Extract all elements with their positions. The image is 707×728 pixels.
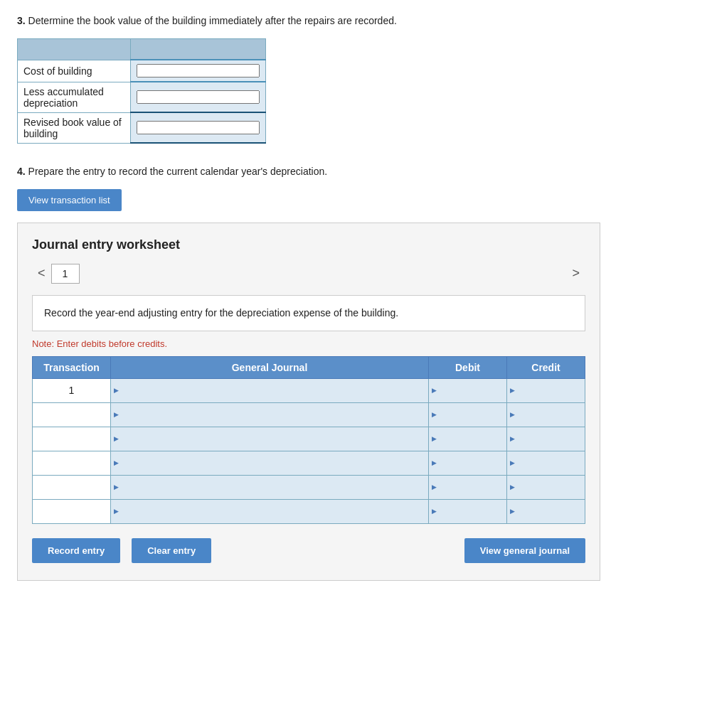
clear-entry-button[interactable]: Clear entry: [132, 538, 211, 563]
section4-title: 4. Prepare the entry to record the curre…: [17, 165, 690, 179]
debit-input[interactable]: [429, 379, 506, 402]
debit-input[interactable]: [429, 476, 506, 499]
book-value-label: Cost of building: [18, 60, 131, 82]
credit-input[interactable]: [507, 379, 585, 402]
debit-input-cell[interactable]: [429, 402, 507, 427]
transaction-cell: [33, 475, 111, 499]
credit-input[interactable]: [507, 427, 585, 451]
journal-input[interactable]: [111, 379, 428, 402]
book-value-label: Revised book value of building: [18, 112, 131, 143]
credit-input-cell[interactable]: [507, 427, 585, 451]
table-row: [33, 499, 585, 523]
debit-input-cell[interactable]: [429, 499, 507, 523]
table-row: Revised book value of building: [18, 112, 266, 143]
book-value-input-cell[interactable]: [131, 82, 266, 112]
debit-input-cell[interactable]: [429, 427, 507, 451]
journal-input[interactable]: [111, 500, 428, 523]
journal-input-cell[interactable]: [111, 451, 429, 475]
credit-input-cell[interactable]: [507, 451, 585, 475]
record-entry-button[interactable]: Record entry: [32, 538, 120, 563]
journal-input[interactable]: [111, 451, 428, 475]
table-row: Cost of building: [18, 60, 266, 82]
nav-row: < 1 >: [32, 264, 585, 284]
nav-left-arrow[interactable]: <: [32, 266, 51, 281]
debit-input-cell[interactable]: [429, 378, 507, 402]
button-row: Record entry Clear entry View general jo…: [32, 538, 585, 563]
col-debit: Debit: [429, 356, 507, 378]
book-value-input[interactable]: [137, 121, 260, 134]
debit-input-cell[interactable]: [429, 475, 507, 499]
credit-input[interactable]: [507, 403, 585, 427]
book-value-label: Less accumulated depreciation: [18, 82, 131, 112]
journal-worksheet: Journal entry worksheet < 1 > Record the…: [17, 223, 600, 581]
credit-input-cell[interactable]: [507, 499, 585, 523]
nav-right-arrow[interactable]: >: [566, 266, 585, 281]
table-row: [33, 402, 585, 427]
journal-input[interactable]: [111, 403, 428, 427]
col-credit: Credit: [507, 356, 585, 378]
table-row: [33, 427, 585, 451]
view-general-journal-button[interactable]: View general journal: [464, 538, 585, 563]
transaction-cell: 1: [33, 378, 111, 402]
book-value-col-label: [18, 38, 131, 60]
journal-input-cell[interactable]: [111, 427, 429, 451]
credit-input[interactable]: [507, 500, 585, 523]
credit-input-cell[interactable]: [507, 475, 585, 499]
table-row: [33, 475, 585, 499]
journal-input-cell[interactable]: [111, 378, 429, 402]
col-transaction: Transaction: [33, 356, 111, 378]
section3-title: 3. Determine the book value of the build…: [17, 14, 690, 28]
debit-input[interactable]: [429, 500, 506, 523]
section4: 4. Prepare the entry to record the curre…: [17, 165, 690, 581]
journal-input-cell[interactable]: [111, 402, 429, 427]
credit-input[interactable]: [507, 451, 585, 475]
debit-input[interactable]: [429, 427, 506, 451]
table-row: 1: [33, 378, 585, 402]
book-value-table: Cost of buildingLess accumulated depreci…: [17, 38, 266, 144]
nav-number-box: 1: [51, 264, 80, 284]
debit-input[interactable]: [429, 451, 506, 475]
journal-input-cell[interactable]: [111, 499, 429, 523]
book-value-input-cell[interactable]: [131, 112, 266, 143]
worksheet-title: Journal entry worksheet: [32, 237, 585, 252]
transaction-cell: [33, 402, 111, 427]
note-text: Note: Enter debits before credits.: [32, 338, 585, 349]
table-row: [33, 451, 585, 475]
instruction-box: Record the year-end adjusting entry for …: [32, 295, 585, 331]
transaction-cell: [33, 499, 111, 523]
book-value-input[interactable]: [137, 90, 260, 104]
journal-input-cell[interactable]: [111, 475, 429, 499]
transaction-cell: [33, 427, 111, 451]
book-value-input-cell[interactable]: [131, 60, 266, 82]
debit-input-cell[interactable]: [429, 451, 507, 475]
journal-input[interactable]: [111, 476, 428, 499]
col-general-journal: General Journal: [111, 356, 429, 378]
view-transaction-button[interactable]: View transaction list: [17, 189, 122, 211]
credit-input[interactable]: [507, 476, 585, 499]
debit-input[interactable]: [429, 403, 506, 427]
book-value-input[interactable]: [137, 64, 260, 77]
book-value-col-value: [131, 38, 266, 60]
journal-input[interactable]: [111, 427, 428, 451]
table-row: Less accumulated depreciation: [18, 82, 266, 112]
credit-input-cell[interactable]: [507, 402, 585, 427]
transaction-cell: [33, 451, 111, 475]
credit-input-cell[interactable]: [507, 378, 585, 402]
journal-table: Transaction General Journal Debit Credit…: [32, 356, 585, 524]
